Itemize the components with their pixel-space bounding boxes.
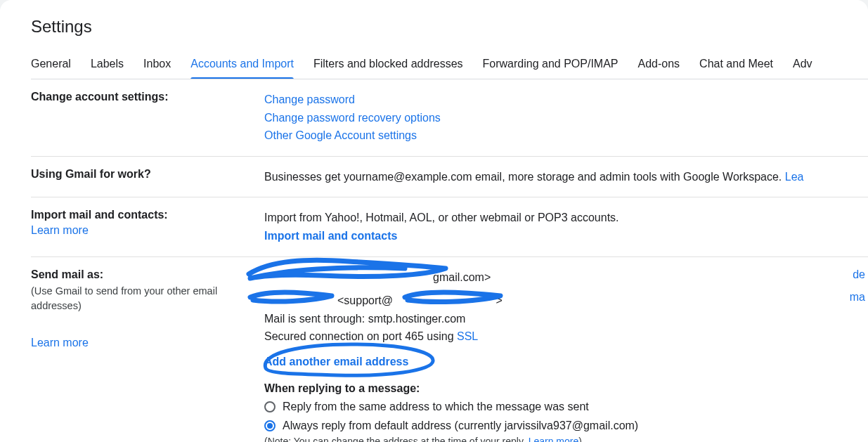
send-as-entry2-prefix: <support@ [264, 294, 393, 306]
mail-sent-through-text: Mail is sent through: smtp.hostinger.com [264, 310, 847, 328]
import-mail-title: Import mail and contacts: [31, 209, 250, 221]
reply-note-learn-more-link[interactable]: Learn more [529, 436, 579, 443]
page-title: Settings [31, 17, 868, 37]
change-password-link[interactable]: Change password [264, 93, 355, 105]
tab-inbox[interactable]: Inbox [143, 56, 171, 79]
send-as-default-link[interactable]: de [847, 268, 865, 281]
change-recovery-link[interactable]: Change password recovery options [264, 112, 441, 124]
tab-forwarding-and-pop-imap[interactable]: Forwarding and POP/IMAP [483, 56, 618, 79]
radio-unchecked-icon[interactable] [264, 401, 276, 412]
settings-sections: Change account settings: Change password… [31, 79, 868, 442]
other-google-settings-link[interactable]: Other Google Account settings [264, 129, 417, 141]
using-for-work-text: Businesses get yourname@example.com emai… [264, 171, 785, 183]
section-import-mail: Import mail and contacts: Learn more Imp… [31, 197, 868, 256]
tab-adv[interactable]: Adv [793, 56, 812, 79]
import-mail-learn-more-link[interactable]: Learn more [31, 224, 89, 236]
section-using-for-work: Using Gmail for work? Businesses get you… [31, 157, 868, 198]
reply-note: (Note: You can change the address at the… [264, 436, 847, 443]
tab-labels[interactable]: Labels [91, 56, 124, 79]
change-account-title: Change account settings: [31, 91, 250, 103]
tab-chat-and-meet[interactable]: Chat and Meet [699, 56, 773, 79]
section-change-account: Change account settings: Change password… [31, 79, 868, 157]
using-for-work-learn-link[interactable]: Lea [785, 171, 804, 183]
secured-connection-text: Secured connection on port 465 using [264, 330, 457, 342]
tab-general[interactable]: General [31, 56, 71, 79]
section-send-mail-as: Send mail as: (Use Gmail to send from yo… [31, 257, 868, 442]
add-another-email-link[interactable]: Add another email address [264, 356, 408, 368]
reply-option-default-label: Always reply from default address (curre… [283, 416, 638, 435]
import-mail-action-link[interactable]: Import mail and contacts [264, 230, 397, 242]
send-mail-as-title: Send mail as: [31, 268, 250, 281]
send-as-entry2-suffix: > [396, 294, 502, 306]
tab-accounts-and-import[interactable]: Accounts and Import [190, 56, 294, 79]
reply-option-same-label: Reply from the same address to which the… [283, 397, 589, 416]
tab-add-ons[interactable]: Add-ons [638, 56, 680, 79]
import-mail-desc: Import from Yahoo!, Hotmail, AOL, or oth… [264, 209, 847, 227]
settings-page: Settings GeneralLabelsInboxAccounts and … [0, 0, 868, 442]
tab-filters-and-blocked-addresses[interactable]: Filters and blocked addresses [313, 56, 463, 79]
ssl-link[interactable]: SSL [457, 330, 478, 342]
send-as-make-default-link[interactable]: ma [847, 291, 865, 304]
reply-option-same-address[interactable]: Reply from the same address to which the… [264, 397, 847, 416]
settings-tabs: GeneralLabelsInboxAccounts and ImportFil… [31, 56, 868, 79]
radio-checked-icon[interactable] [264, 420, 276, 431]
send-as-entry1-suffix: gmail.com> [433, 271, 491, 283]
reply-header: When replying to a message: [264, 379, 847, 398]
send-mail-as-sub: (Use Gmail to send from your other email… [31, 284, 250, 315]
send-mail-as-learn-more-link[interactable]: Learn more [31, 337, 89, 349]
reply-option-default-address[interactable]: Always reply from default address (curre… [264, 416, 847, 435]
using-for-work-title: Using Gmail for work? [31, 168, 250, 181]
